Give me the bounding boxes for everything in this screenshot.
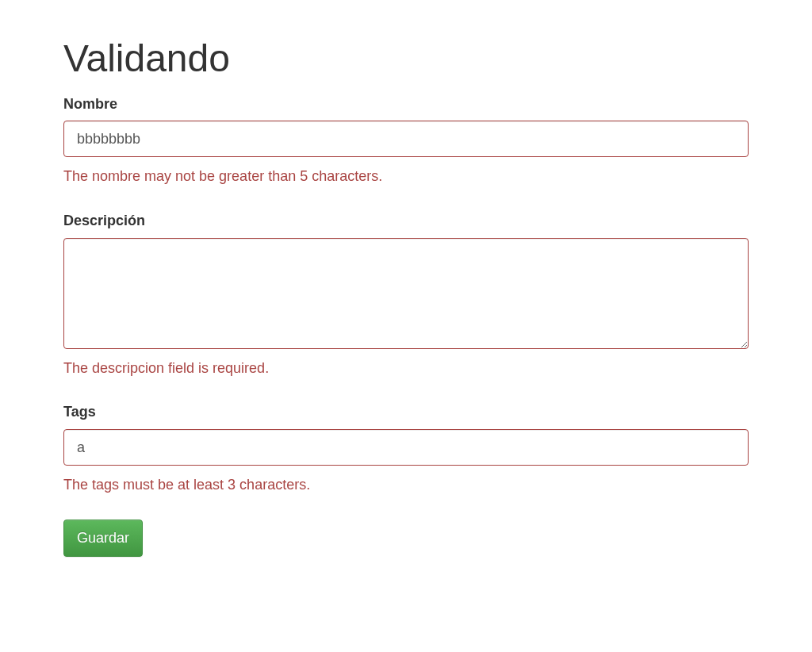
descripcion-input[interactable] — [63, 238, 749, 349]
nombre-label: Nombre — [63, 94, 117, 115]
descripcion-error-message: The descripcion field is required. — [63, 359, 749, 379]
descripcion-form-group: Descripción The descripcion field is req… — [63, 211, 749, 378]
nombre-error-message: The nombre may not be greater than 5 cha… — [63, 167, 749, 187]
nombre-form-group: Nombre The nombre may not be greater tha… — [63, 94, 749, 187]
tags-label: Tags — [63, 402, 96, 423]
nombre-input[interactable] — [63, 121, 749, 157]
form-container: Validando Nombre The nombre may not be g… — [0, 0, 812, 573]
submit-button[interactable]: Guardar — [63, 520, 143, 558]
tags-input[interactable] — [63, 429, 749, 466]
descripcion-label: Descripción — [63, 211, 145, 232]
page-title: Validando — [63, 32, 749, 86]
tags-error-message: The tags must be at least 3 characters. — [63, 475, 749, 496]
tags-form-group: Tags The tags must be at least 3 charact… — [63, 402, 749, 495]
